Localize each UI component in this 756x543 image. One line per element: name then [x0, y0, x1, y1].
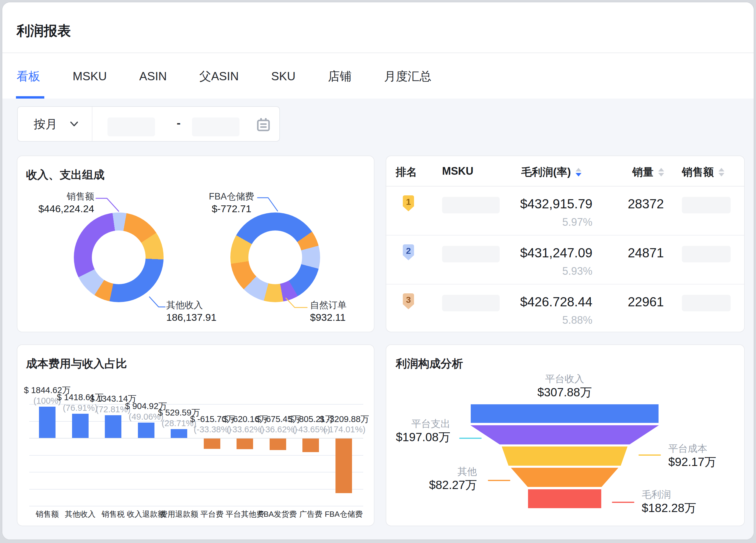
- column-header-rank: 排名: [396, 165, 417, 180]
- donut-label-name: 销售额: [23, 191, 94, 202]
- bar-平台费[interactable]: [204, 438, 220, 449]
- cell-gross-profit: $432,915.79: [520, 197, 592, 211]
- axis-category-label: FBA发货费: [259, 509, 297, 519]
- table-row[interactable]: 1$432,915.795.97%28372: [386, 187, 744, 236]
- bar-销售额[interactable]: [39, 407, 56, 438]
- funnel-label-gross-profit: 毛利润 $182.28万: [642, 488, 696, 515]
- sort-asc-icon[interactable]: [658, 168, 664, 172]
- content-area: 按月 - 收入、支出组成: [2, 99, 754, 540]
- tab-ASIN[interactable]: ASIN: [139, 54, 167, 99]
- bar-pct-label: (-33.38%): [194, 425, 231, 434]
- column-header-gross-profit[interactable]: 毛利润(率): [521, 165, 581, 180]
- donut-hole: [92, 231, 146, 284]
- rank-badge: 2: [403, 245, 414, 260]
- funnel-label-other: 其他 $82.27万: [386, 465, 477, 492]
- funnel-step-平台收入[interactable]: [471, 404, 659, 423]
- donut-label-value: 186,137.91: [166, 311, 216, 324]
- funnel-step-其他[interactable]: [511, 468, 618, 487]
- bar-其他收入[interactable]: [72, 414, 89, 438]
- bar-平台其他费[interactable]: [237, 438, 253, 449]
- cell-volume: 22961: [628, 294, 664, 309]
- table-row[interactable]: 2$431,247.095.93%24871: [386, 236, 744, 284]
- column-header-sales[interactable]: 销售额: [682, 165, 724, 180]
- tab-MSKU[interactable]: MSKU: [73, 54, 107, 99]
- funnel-step-平台成本[interactable]: [502, 446, 628, 466]
- msku-placeholder: [442, 295, 500, 311]
- tab-label: MSKU: [73, 70, 107, 83]
- axis-category-label: 销售额: [36, 509, 59, 519]
- sort-desc-icon[interactable]: [658, 173, 664, 177]
- bar-pct-label: (-36.62%): [260, 425, 297, 434]
- cell-profit-rate: 5.93%: [562, 265, 592, 277]
- sales-placeholder: [682, 197, 731, 213]
- funnel-label-name: 平台支出: [386, 418, 450, 430]
- period-select-value: 按月: [34, 116, 57, 132]
- tab-label: 看板: [17, 68, 40, 84]
- date-range-separator: -: [170, 116, 188, 130]
- period-select[interactable]: 按月: [18, 107, 92, 141]
- funnel-step-毛利润[interactable]: [528, 489, 601, 508]
- column-header-volume[interactable]: 销量: [632, 165, 664, 180]
- panel-income-expense: 收入、支出组成 销售额 $446,224.24 其他收入 186,137.91 …: [17, 156, 374, 332]
- column-header-label: 销量: [632, 165, 654, 180]
- tab-月度汇总[interactable]: 月度汇总: [384, 54, 431, 99]
- tab-店铺[interactable]: 店铺: [328, 54, 352, 99]
- callout-line-sales: [96, 198, 119, 211]
- active-tab-underline: [16, 96, 44, 99]
- tab-父ASIN[interactable]: 父ASIN: [199, 54, 239, 99]
- column-header-label: 销售额: [682, 165, 714, 180]
- donut-label-name: 自然订单: [310, 299, 347, 311]
- sort-desc-icon[interactable]: [718, 173, 724, 177]
- tab-dashboard[interactable]: 看板: [17, 54, 40, 99]
- bar-销售税[interactable]: [105, 415, 121, 438]
- panel-msku-ranking: 排名 MSKU 毛利润(率) 销量 销售额 1$432,915.795.97%2…: [386, 156, 745, 332]
- axis-category-label: 费用退款额: [160, 509, 198, 519]
- app-window: 利润报表 看板MSKUASIN父ASINSKU店铺月度汇总 按月 - 收入、支出…: [2, 2, 754, 540]
- date-start-input[interactable]: [107, 118, 155, 136]
- funnel-step-平台支出[interactable]: [470, 425, 659, 444]
- sort-icons[interactable]: [658, 168, 664, 177]
- sort-asc-icon[interactable]: [576, 168, 581, 172]
- bar-FBA发货费[interactable]: [270, 438, 286, 450]
- sales-placeholder: [682, 295, 731, 311]
- sort-icons[interactable]: [718, 168, 724, 177]
- sort-icons[interactable]: [576, 168, 581, 177]
- funnel-label-name: 其他: [386, 465, 477, 478]
- bar-费用退款额[interactable]: [171, 429, 187, 438]
- panel-income-expense-title: 收入、支出组成: [26, 167, 105, 182]
- bar-FBA仓储费[interactable]: [335, 438, 352, 493]
- cell-volume: 28372: [628, 197, 664, 211]
- cost-ratio-bar-chart[interactable]: $ 1844.62万(100%)销售额$ 1418.61万(76.91%)其他收…: [17, 345, 374, 526]
- axis-category-label: 广告费: [299, 509, 322, 519]
- chevron-down-icon: [69, 120, 79, 128]
- bar-广告费[interactable]: [302, 438, 319, 452]
- callout-line-other-income: [149, 297, 165, 307]
- funnel-callout-line: [488, 480, 510, 481]
- cell-volume: 24871: [628, 246, 664, 260]
- column-header-label: 毛利润(率): [521, 165, 571, 180]
- donut-label-value: $932.11: [310, 311, 347, 324]
- tab-SKU[interactable]: SKU: [271, 54, 295, 99]
- income-donut-chart[interactable]: [74, 213, 164, 302]
- axis-category-label: FBA仓储费: [325, 509, 363, 519]
- sort-asc-icon[interactable]: [718, 168, 724, 172]
- bar-pct-label: (-174.01%): [323, 425, 365, 434]
- cell-profit-rate: 5.97%: [562, 216, 592, 229]
- funnel-label-name: 平台成本: [668, 442, 716, 455]
- donut-label-value: $446,224.24: [23, 202, 94, 215]
- axis-category-label: 收入退款额: [127, 509, 165, 519]
- bar-收入退款额[interactable]: [138, 423, 154, 438]
- funnel-callout-line: [612, 502, 634, 503]
- donut-label-value: $-772.71: [192, 202, 271, 215]
- axis-category-label: 其他收入: [65, 509, 96, 519]
- expense-donut-chart[interactable]: [230, 213, 320, 302]
- sort-desc-icon[interactable]: [576, 173, 581, 177]
- rank-badge: 1: [403, 195, 414, 211]
- tab-bar: 看板MSKUASIN父ASINSKU店铺月度汇总: [2, 54, 754, 99]
- axis-category-label: 销售税: [102, 509, 125, 519]
- tab-label: SKU: [271, 70, 295, 83]
- donut-label-name: FBA仓储费: [192, 191, 271, 202]
- calendar-icon[interactable]: [256, 117, 271, 132]
- date-end-input[interactable]: [192, 118, 239, 136]
- table-row[interactable]: 3$426.728.445.88%22961: [386, 284, 744, 333]
